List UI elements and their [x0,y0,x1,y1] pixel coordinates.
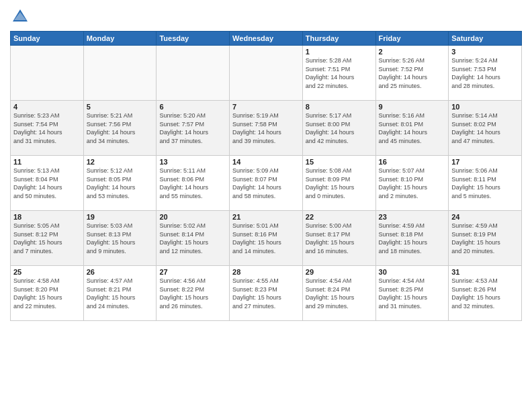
day-info: Sunrise: 4:57 AM Sunset: 8:21 PM Dayligh… [87,277,154,310]
day-number: 23 [379,213,446,221]
day-info: Sunrise: 4:59 AM Sunset: 8:19 PM Dayligh… [451,222,519,255]
day-cell: 20Sunrise: 5:02 AM Sunset: 8:14 PM Dayli… [157,211,230,266]
day-cell: 15Sunrise: 5:08 AM Sunset: 8:09 PM Dayli… [302,156,375,211]
day-cell: 8Sunrise: 5:17 AM Sunset: 8:00 PM Daylig… [302,101,375,156]
day-cell [83,46,157,101]
day-cell: 25Sunrise: 4:58 AM Sunset: 8:20 PM Dayli… [11,266,84,321]
day-cell: 22Sunrise: 5:00 AM Sunset: 8:17 PM Dayli… [302,211,375,266]
day-number: 8 [306,103,373,111]
week-row-3: 11Sunrise: 5:13 AM Sunset: 8:04 PM Dayli… [11,156,522,211]
logo [10,7,33,27]
header [10,7,522,27]
svg-marker-1 [14,12,26,20]
weekday-header-saturday: Saturday [449,32,522,46]
day-number: 15 [306,158,373,166]
day-cell: 1Sunrise: 5:28 AM Sunset: 7:51 PM Daylig… [302,46,375,101]
day-cell: 23Sunrise: 4:59 AM Sunset: 8:18 PM Dayli… [375,211,449,266]
day-number: 5 [87,103,154,111]
weekday-header-sunday: Sunday [11,32,84,46]
day-info: Sunrise: 5:12 AM Sunset: 8:05 PM Dayligh… [87,167,154,200]
day-number: 26 [87,268,154,276]
day-info: Sunrise: 5:01 AM Sunset: 8:16 PM Dayligh… [232,222,300,255]
day-number: 7 [232,103,300,111]
day-info: Sunrise: 5:28 AM Sunset: 7:51 PM Dayligh… [306,56,373,90]
day-info: Sunrise: 4:53 AM Sunset: 8:26 PM Dayligh… [451,277,519,310]
day-number: 30 [379,268,446,276]
day-cell: 19Sunrise: 5:03 AM Sunset: 8:13 PM Dayli… [83,211,157,266]
day-info: Sunrise: 5:23 AM Sunset: 7:54 PM Dayligh… [13,111,81,145]
day-number: 16 [379,158,446,166]
day-info: Sunrise: 5:05 AM Sunset: 8:12 PM Dayligh… [13,222,81,255]
day-cell: 24Sunrise: 4:59 AM Sunset: 8:19 PM Dayli… [449,211,522,266]
day-info: Sunrise: 5:03 AM Sunset: 8:13 PM Dayligh… [87,222,154,255]
day-cell: 9Sunrise: 5:16 AM Sunset: 8:01 PM Daylig… [375,101,449,156]
day-cell: 27Sunrise: 4:56 AM Sunset: 8:22 PM Dayli… [157,266,230,321]
day-number: 14 [232,158,300,166]
day-info: Sunrise: 5:00 AM Sunset: 8:17 PM Dayligh… [306,222,373,255]
day-cell [230,46,303,101]
day-number: 18 [13,213,81,221]
day-number: 25 [13,268,81,276]
day-info: Sunrise: 4:59 AM Sunset: 8:18 PM Dayligh… [379,222,446,255]
weekday-header-thursday: Thursday [302,32,375,46]
day-info: Sunrise: 5:07 AM Sunset: 8:10 PM Dayligh… [379,167,446,200]
week-row-4: 18Sunrise: 5:05 AM Sunset: 8:12 PM Dayli… [11,211,522,266]
day-number: 13 [159,158,226,166]
day-number: 20 [159,213,226,221]
day-cell: 30Sunrise: 4:54 AM Sunset: 8:25 PM Dayli… [375,266,449,321]
day-info: Sunrise: 5:20 AM Sunset: 7:57 PM Dayligh… [159,111,226,145]
day-number: 24 [451,213,519,221]
day-number: 3 [451,48,519,56]
day-number: 11 [13,158,81,166]
day-cell [11,46,84,101]
day-number: 2 [379,48,446,56]
weekday-row: SundayMondayTuesdayWednesdayThursdayFrid… [11,32,522,46]
week-row-2: 4Sunrise: 5:23 AM Sunset: 7:54 PM Daylig… [11,101,522,156]
day-number: 31 [451,268,519,276]
week-row-1: 1Sunrise: 5:28 AM Sunset: 7:51 PM Daylig… [11,46,522,101]
calendar-body: 1Sunrise: 5:28 AM Sunset: 7:51 PM Daylig… [11,46,522,321]
day-cell: 13Sunrise: 5:11 AM Sunset: 8:06 PM Dayli… [157,156,230,211]
day-cell [157,46,230,101]
day-info: Sunrise: 5:02 AM Sunset: 8:14 PM Dayligh… [159,222,226,255]
day-cell: 11Sunrise: 5:13 AM Sunset: 8:04 PM Dayli… [11,156,84,211]
day-cell: 17Sunrise: 5:06 AM Sunset: 8:11 PM Dayli… [449,156,522,211]
day-info: Sunrise: 5:17 AM Sunset: 8:00 PM Dayligh… [306,111,373,145]
day-info: Sunrise: 5:19 AM Sunset: 7:58 PM Dayligh… [232,111,300,145]
day-info: Sunrise: 5:24 AM Sunset: 7:53 PM Dayligh… [451,56,519,90]
day-cell: 7Sunrise: 5:19 AM Sunset: 7:58 PM Daylig… [230,101,303,156]
day-cell: 18Sunrise: 5:05 AM Sunset: 8:12 PM Dayli… [11,211,84,266]
day-cell: 16Sunrise: 5:07 AM Sunset: 8:10 PM Dayli… [375,156,449,211]
weekday-header-wednesday: Wednesday [230,32,303,46]
day-info: Sunrise: 5:16 AM Sunset: 8:01 PM Dayligh… [379,111,446,145]
day-info: Sunrise: 4:58 AM Sunset: 8:20 PM Dayligh… [13,277,81,310]
day-info: Sunrise: 5:06 AM Sunset: 8:11 PM Dayligh… [451,167,519,200]
day-number: 1 [306,48,373,56]
day-info: Sunrise: 5:13 AM Sunset: 8:04 PM Dayligh… [13,167,81,200]
day-info: Sunrise: 5:26 AM Sunset: 7:52 PM Dayligh… [379,56,446,90]
day-info: Sunrise: 4:56 AM Sunset: 8:22 PM Dayligh… [159,277,226,310]
day-number: 29 [306,268,373,276]
day-cell: 26Sunrise: 4:57 AM Sunset: 8:21 PM Dayli… [83,266,157,321]
day-cell: 3Sunrise: 5:24 AM Sunset: 7:53 PM Daylig… [449,46,522,101]
day-number: 12 [87,158,154,166]
day-number: 19 [87,213,154,221]
weekday-header-friday: Friday [375,32,449,46]
day-info: Sunrise: 5:11 AM Sunset: 8:06 PM Dayligh… [159,167,226,200]
day-cell: 31Sunrise: 4:53 AM Sunset: 8:26 PM Dayli… [449,266,522,321]
day-cell: 21Sunrise: 5:01 AM Sunset: 8:16 PM Dayli… [230,211,303,266]
day-cell: 29Sunrise: 4:54 AM Sunset: 8:24 PM Dayli… [302,266,375,321]
day-cell: 6Sunrise: 5:20 AM Sunset: 7:57 PM Daylig… [157,101,230,156]
day-cell: 10Sunrise: 5:14 AM Sunset: 8:02 PM Dayli… [449,101,522,156]
day-number: 10 [451,103,519,111]
weekday-header-tuesday: Tuesday [157,32,230,46]
day-number: 6 [159,103,226,111]
day-number: 4 [13,103,81,111]
day-cell: 5Sunrise: 5:21 AM Sunset: 7:56 PM Daylig… [83,101,157,156]
day-cell: 14Sunrise: 5:09 AM Sunset: 8:07 PM Dayli… [230,156,303,211]
day-cell: 28Sunrise: 4:55 AM Sunset: 8:23 PM Dayli… [230,266,303,321]
page-container: SundayMondayTuesdayWednesdayThursdayFrid… [0,0,532,411]
week-row-5: 25Sunrise: 4:58 AM Sunset: 8:20 PM Dayli… [11,266,522,321]
day-number: 27 [159,268,226,276]
day-number: 9 [379,103,446,111]
